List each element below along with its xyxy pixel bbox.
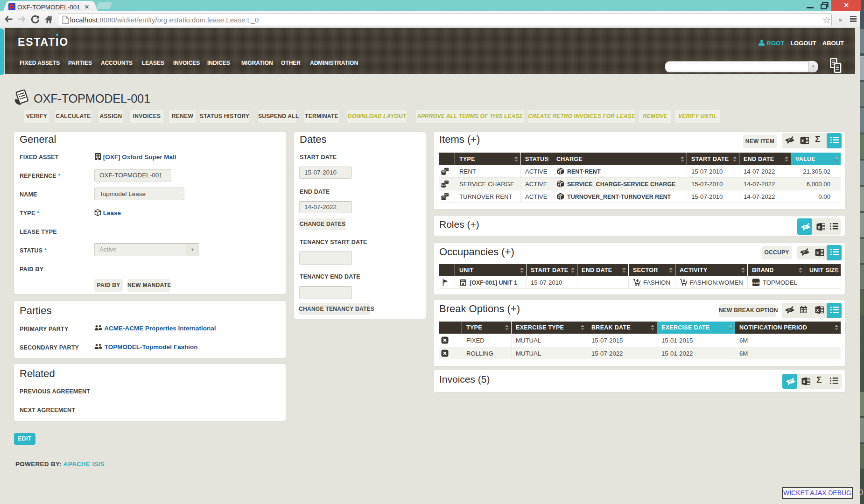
svg-text:LEGO: LEGO xyxy=(752,281,760,284)
